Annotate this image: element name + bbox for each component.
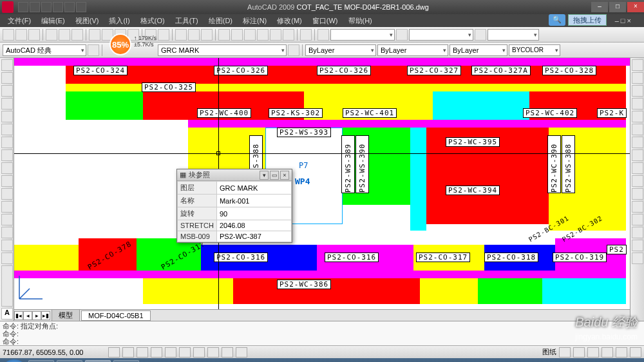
revcloud-icon[interactable] [1,137,13,148]
prop-val-rot[interactable]: 90 [216,207,291,220]
tb-pan-icon[interactable] [175,29,187,41]
clean-toggle[interactable] [630,347,641,357]
menu-view[interactable]: 视图(V) [70,15,104,27]
region-icon[interactable] [1,227,13,238]
qat-new-icon[interactable] [18,2,28,12]
erase-icon[interactable] [632,59,643,71]
qat-redo-icon[interactable] [64,2,75,12]
prop-val-stretch[interactable]: 2046.08 [216,220,291,231]
menu-insert[interactable]: 插入(I) [104,15,135,27]
menu-dim[interactable]: 标注(N) [238,15,272,27]
mirror-icon[interactable] [632,85,643,97]
block-icon[interactable] [1,175,13,187]
offset-icon[interactable] [632,98,643,110]
menu-help[interactable]: 帮助(H) [343,15,377,27]
lwt-toggle[interactable] [222,347,233,357]
plotstyle-combo[interactable]: BYCOLOR [509,44,560,56]
qat-open-icon[interactable] [30,2,40,12]
stretch-icon[interactable] [632,162,643,174]
spline-icon[interactable] [1,149,13,161]
ortho-toggle[interactable] [137,347,148,357]
explode-icon[interactable] [632,252,643,264]
tb-publish-icon[interactable] [71,29,83,41]
workspace-combo[interactable]: AutoCAD 经典 [3,44,86,56]
scale-toggle[interactable] [587,347,599,357]
chamfer-icon[interactable] [632,227,643,238]
quick-properties-palette[interactable]: ▦ 块参照 ▾ ▭ × 图层GRC MARK 名称Mark-001 旋转90 S… [176,169,292,243]
mtext-icon[interactable] [1,252,13,264]
qat-print-icon[interactable] [76,2,86,12]
tab-layout1[interactable]: MOF-D04C-05B1 [81,310,151,321]
tb-new-icon[interactable] [3,29,14,41]
trim-icon[interactable] [632,175,643,187]
layer-combo[interactable]: GRC MARK [158,44,287,56]
menu-format[interactable]: 格式(O) [135,15,170,27]
tb-layer3-icon[interactable] [396,29,408,41]
palette-expand-icon[interactable]: ▭ [270,171,279,180]
coordinate-readout[interactable]: 71667.87, 65059.55, 0.00 [3,348,106,356]
arc-icon[interactable] [1,111,13,122]
ellipse-icon[interactable] [1,162,13,174]
command-window[interactable]: 命令: 指定对角点: 命令: 命令: [0,321,644,345]
pline-icon[interactable] [1,72,13,84]
menu-window[interactable]: 窗口(W) [307,15,343,27]
tb-mark-icon[interactable] [270,29,281,41]
search-pill-icon[interactable]: 🔍 [549,14,565,26]
style-combo[interactable] [330,29,395,41]
prop-val-layer[interactable]: GRC MARK [216,182,291,195]
model-toggle[interactable] [559,347,571,357]
sheet-first-icon[interactable]: ▮◂ [14,311,23,320]
qat-save-icon[interactable] [41,2,52,12]
menu-draw[interactable]: 绘图(D) [204,15,238,27]
dyn-toggle[interactable] [207,347,219,357]
table-icon[interactable] [1,240,13,251]
fillet-icon[interactable] [632,240,643,251]
menu-edit[interactable]: 编辑(E) [36,15,70,27]
mdi-controls[interactable]: – □ × [610,15,644,26]
move-icon[interactable] [632,124,643,135]
percent-badge[interactable]: 85% [109,33,131,55]
tb-redo-icon[interactable] [158,29,169,41]
prop-val-name[interactable]: Mark-001 [216,195,291,207]
tb-open-icon[interactable] [15,29,27,41]
sheet-next-icon[interactable]: ▸ [32,311,41,320]
tb-plot-icon[interactable] [46,29,57,41]
color-combo[interactable]: ByLayer [305,44,376,56]
point-icon[interactable] [1,188,13,200]
tb-ssm-icon[interactable] [257,29,269,41]
copy-icon[interactable] [632,72,643,84]
tb-layer1-icon[interactable] [317,29,329,41]
rotate-icon[interactable] [632,137,643,148]
qp-toggle[interactable] [236,347,247,357]
rect-icon[interactable] [1,98,13,110]
join-icon[interactable] [632,214,643,225]
palette-close-icon[interactable]: × [280,171,289,180]
restore-button[interactable]: □ [609,2,626,12]
polygon-icon[interactable] [1,85,13,97]
osnap-toggle[interactable] [165,347,176,357]
gradient-icon[interactable] [1,214,13,225]
line-icon[interactable] [1,59,13,71]
tb-zoomprev-icon[interactable] [201,29,213,41]
lweight-combo[interactable]: ByLayer [450,44,507,56]
otrack-toggle[interactable] [179,347,191,357]
tb-dc-icon[interactable] [231,29,243,41]
dim-combo[interactable] [409,29,473,41]
menu-modify[interactable]: 修改(M) [272,15,307,27]
polar-toggle[interactable] [151,347,162,357]
ws-toggle[interactable] [601,347,613,357]
palette-title-bar[interactable]: ▦ 块参照 ▾ ▭ × [177,169,292,181]
ltype-combo[interactable]: ByLayer [377,44,448,56]
paper-label[interactable]: 图纸 [542,347,556,357]
drawing-canvas[interactable]: PS2-CO-324 PS2-CO-325 PS2-CO-326 PS2-CO-… [14,58,630,321]
ann-toggle[interactable] [573,347,585,357]
start-button[interactable] [3,359,26,362]
prop-val-msb[interactable]: PS2-WC-387 [216,231,291,242]
palette-options-icon[interactable]: ▾ [260,171,269,180]
tb-calc-icon[interactable] [283,29,294,41]
grid-toggle[interactable] [122,347,134,357]
tb-cut-icon[interactable] [89,29,100,41]
palette-grip-icon[interactable]: ▦ [180,171,186,179]
text-a-icon[interactable]: A [1,308,13,319]
circle-icon[interactable] [1,124,13,135]
